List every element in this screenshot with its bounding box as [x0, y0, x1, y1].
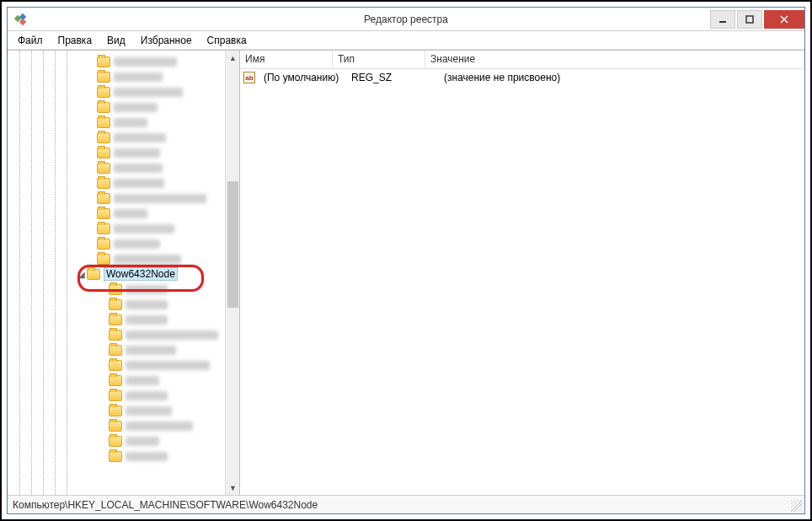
menu-edit[interactable]: Правка: [51, 33, 99, 48]
folder-icon: [109, 284, 122, 295]
tree-item[interactable]: [11, 418, 239, 433]
folder-icon: [109, 330, 122, 341]
folder-icon: [97, 87, 110, 98]
tree-item[interactable]: [11, 448, 239, 464]
value-name: (По умолчанию): [259, 72, 346, 83]
folder-icon: [97, 163, 110, 174]
minimize-button[interactable]: [710, 10, 735, 29]
close-button[interactable]: [764, 10, 804, 29]
tree-item[interactable]: [11, 342, 239, 357]
column-header-value[interactable]: Значение: [425, 51, 804, 68]
menu-favorites[interactable]: Избранное: [134, 33, 199, 48]
tree-item[interactable]: [11, 160, 239, 175]
value-data: (значение не присвоено): [439, 72, 804, 83]
tree-item[interactable]: [11, 175, 239, 191]
folder-icon: [97, 223, 110, 234]
tree-item[interactable]: [11, 251, 239, 266]
folder-icon: [109, 375, 122, 386]
folder-icon: [109, 451, 122, 462]
tree-item[interactable]: [11, 221, 239, 236]
status-path: Компьютер\HKEY_LOCAL_MACHINE\SOFTWARE\Wo…: [13, 499, 318, 511]
window-title: Редактор реестра: [364, 13, 448, 25]
tree-item[interactable]: [11, 115, 239, 130]
tree-item[interactable]: [11, 388, 239, 403]
app-icon: [13, 11, 29, 28]
tree-item-selected[interactable]: ◢Wow6432Node: [11, 266, 239, 282]
scroll-thumb[interactable]: [227, 181, 238, 308]
tree-item[interactable]: [11, 206, 239, 221]
folder-icon: [97, 193, 110, 204]
tree-item[interactable]: [11, 236, 239, 251]
status-bar: Компьютер\HKEY_LOCAL_MACHINE\SOFTWARE\Wo…: [8, 495, 804, 513]
list-row[interactable]: ab (По умолчанию) REG_SZ (значение не пр…: [240, 69, 804, 86]
value-type: REG_SZ: [346, 72, 439, 83]
folder-icon: [97, 72, 110, 83]
tree-item[interactable]: [11, 312, 239, 327]
tree-item[interactable]: [11, 54, 239, 69]
resize-grip[interactable]: [791, 500, 803, 512]
folder-icon: [109, 421, 122, 432]
tree-item[interactable]: [11, 327, 239, 342]
tree-item[interactable]: [11, 297, 239, 312]
tree-item[interactable]: [11, 69, 239, 84]
folder-icon: [109, 360, 122, 371]
scroll-down-button[interactable]: ▼: [226, 481, 240, 495]
window-controls: [710, 10, 804, 29]
menu-bar: Файл Правка Вид Избранное Справка: [8, 31, 804, 50]
folder-icon: [109, 406, 122, 416]
tree-item[interactable]: [11, 357, 239, 373]
string-value-icon: ab: [243, 72, 255, 83]
folder-icon: [87, 269, 100, 280]
tree-item[interactable]: [11, 130, 239, 145]
menu-view[interactable]: Вид: [100, 33, 132, 48]
title-bar[interactable]: Редактор реестра: [8, 8, 804, 31]
folder-icon: [97, 239, 110, 250]
list-header: Имя Тип Значение: [240, 51, 804, 69]
list-body[interactable]: ab (По умолчанию) REG_SZ (значение не пр…: [240, 69, 804, 495]
tree-item[interactable]: [11, 191, 239, 206]
folder-icon: [109, 314, 122, 325]
folder-icon: [97, 254, 110, 265]
folder-icon: [109, 390, 122, 401]
folder-icon: [109, 345, 122, 356]
folder-icon: [97, 178, 110, 189]
tree-item[interactable]: [11, 373, 239, 388]
column-header-type[interactable]: Тип: [333, 51, 425, 68]
content-area: ◢Wow6432Node ▲ ▼ Имя Тип Значение ab (По…: [8, 50, 804, 495]
tree-pane[interactable]: ◢Wow6432Node ▲ ▼: [8, 51, 240, 495]
menu-help[interactable]: Справка: [200, 33, 254, 48]
folder-icon: [97, 117, 110, 128]
folder-icon: [97, 148, 110, 158]
folder-icon: [109, 436, 122, 447]
column-header-name[interactable]: Имя: [240, 51, 333, 68]
collapse-icon[interactable]: ◢: [77, 270, 87, 279]
tree-item[interactable]: [11, 99, 239, 115]
folder-icon: [97, 208, 110, 219]
tree-item-label: Wow6432Node: [104, 267, 178, 281]
tree-item[interactable]: [11, 282, 239, 297]
scroll-up-button[interactable]: ▲: [226, 51, 240, 65]
folder-icon: [97, 102, 110, 113]
tree-item[interactable]: [11, 84, 239, 99]
tree-item[interactable]: [11, 145, 239, 160]
folder-icon: [97, 132, 110, 143]
tree-item[interactable]: [11, 403, 239, 418]
maximize-button[interactable]: [737, 10, 762, 29]
tree-scrollbar[interactable]: ▲ ▼: [225, 51, 239, 495]
tree-item[interactable]: [11, 433, 239, 448]
menu-file[interactable]: Файл: [11, 33, 50, 48]
list-pane: Имя Тип Значение ab (По умолчанию) REG_S…: [240, 51, 804, 495]
folder-icon: [109, 299, 122, 310]
svg-rect-4: [746, 16, 753, 23]
folder-icon: [97, 56, 110, 67]
registry-editor-window: Редактор реестра Файл Правка Вид Избранн…: [7, 7, 805, 514]
